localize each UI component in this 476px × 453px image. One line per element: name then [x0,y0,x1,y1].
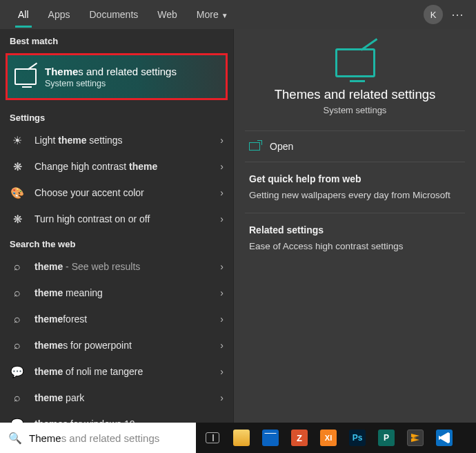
search-input[interactable]: 🔍 Themes and related settings [0,423,196,453]
chevron-right-icon: › [220,135,224,146]
open-action[interactable]: Open [234,131,476,162]
chevron-right-icon: › [220,187,224,198]
tab-web[interactable]: Web [148,2,187,27]
chat-icon: 💬 [10,416,25,423]
tab-label: Documents [89,9,138,20]
overflow-menu-button[interactable]: ⋯ [447,8,468,21]
chevron-right-icon: › [220,261,224,272]
file-explorer-button[interactable] [230,427,252,448]
sparkle-icon: ❋ [10,211,25,226]
search-icon: ⌕ [10,259,25,274]
search-filter-tabs: All Apps Documents Web More▼ K ⋯ [0,0,476,29]
web-result[interactable]: ⌕theme - See web results› [0,253,233,280]
chevron-right-icon: › [220,213,224,224]
settings-result[interactable]: ❋Turn high contrast on or off› [0,206,233,232]
search-icon: ⌕ [10,285,25,300]
themes-icon [335,48,375,77]
user-initial: K [430,10,437,20]
best-match-title-rest: s and related settings [78,66,177,77]
tab-label: Web [157,9,177,20]
chevron-right-icon: › [220,340,224,351]
open-label: Open [270,141,293,152]
search-icon: ⌕ [10,311,25,327]
settings-result[interactable]: ❋Change high contrast theme› [0,153,233,180]
result-label: Choose your accent color [34,187,220,198]
result-label: Light theme settings [34,135,220,146]
open-icon [249,142,260,151]
search-autocomplete: s and related settings [61,432,160,444]
chevron-right-icon: › [220,314,224,325]
search-text: Themes and related settings [29,432,159,444]
result-label: themeforest [34,314,220,325]
web-result[interactable]: 💬themes for windows 10› [0,411,233,423]
search-icon: ⌕ [10,390,25,405]
related-header: Related settings [234,213,476,241]
best-match-text: Themes and related settings System setti… [45,66,177,88]
web-result[interactable]: ⌕theme park› [0,385,233,411]
section-web: Search the web [0,232,233,253]
preview-subtitle: System settings [324,105,387,115]
related-item[interactable]: Ease of Access high contrast settings [234,241,476,264]
tab-more[interactable]: More▼ [187,2,238,27]
web-result[interactable]: 💬theme of noli me tangere› [0,358,233,385]
tab-label: Apps [48,9,70,20]
tab-apps[interactable]: Apps [39,2,80,27]
user-avatar[interactable]: K [424,5,443,24]
themes-icon [14,68,37,85]
xampp-button[interactable]: XI [317,427,339,448]
preview-title: Themes and related settings [275,87,435,102]
tab-label: All [18,9,29,20]
best-match-title-highlight: Theme [45,66,78,77]
chat-icon: 💬 [10,364,25,379]
palette-icon: 🎨 [10,185,25,200]
tab-all[interactable]: All [8,2,39,27]
section-best-match: Best match [0,29,233,50]
app-z-button[interactable]: Z [288,427,310,448]
results-pane: Best match Themes and related settings S… [0,29,233,423]
chevron-down-icon: ▼ [221,12,228,19]
result-label: theme - See web results [34,261,220,272]
settings-result[interactable]: ☀Light theme settings› [0,127,233,153]
chevron-right-icon: › [220,161,224,172]
result-label: Turn high contrast on or off [34,213,220,224]
photoshop-button[interactable]: Ps [346,427,368,448]
taskbar: Z XI Ps P [196,423,476,453]
help-item[interactable]: Getting new wallpapers every day from Mi… [234,190,476,213]
chevron-right-icon: › [220,392,224,403]
tab-documents[interactable]: Documents [79,2,148,27]
search-icon: ⌕ [10,338,25,353]
mail-button[interactable] [259,427,281,448]
result-label: themes for powerpoint [34,340,220,351]
chevron-right-icon: › [220,287,224,298]
best-match-subtitle: System settings [45,79,177,88]
settings-result[interactable]: 🎨Choose your accent color› [0,180,233,206]
tab-label: More [197,9,219,20]
preview-pane: Themes and related settings System setti… [233,29,476,423]
result-label: Change high contrast theme [34,161,220,172]
web-result[interactable]: ⌕themeforest› [0,306,233,332]
result-label: theme meaning [34,287,220,298]
web-result[interactable]: ⌕themes for powerpoint› [0,332,233,358]
sun-icon: ☀ [10,133,25,148]
publisher-button[interactable]: P [375,427,397,448]
section-settings: Settings [0,106,233,127]
chevron-right-icon: › [220,366,224,377]
help-header: Get quick help from web [234,162,476,190]
search-typed: Theme [29,432,61,444]
vscode-button[interactable] [433,427,455,448]
sublime-button[interactable] [404,427,426,448]
preview-hero: Themes and related settings System setti… [234,29,476,131]
sparkle-icon: ❋ [10,159,25,174]
search-icon: 🔍 [8,432,22,445]
best-match-result[interactable]: Themes and related settings System setti… [6,53,228,100]
taskview-button[interactable] [201,427,224,448]
result-label: theme park [34,392,220,403]
result-label: theme of noli me tangere [34,366,220,377]
web-result[interactable]: ⌕theme meaning› [0,280,233,306]
